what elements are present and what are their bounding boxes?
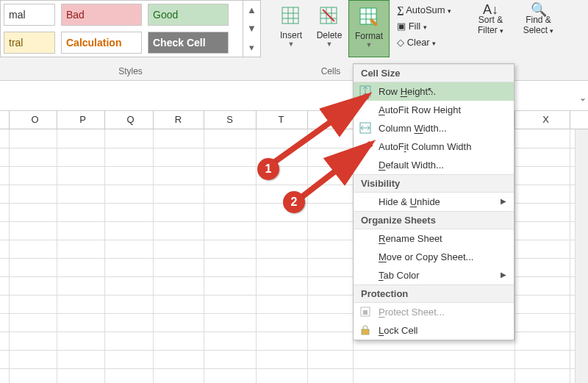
menu-rename-sheet-label: Rename Sheet: [379, 233, 442, 244]
styles-gallery: mal Bad Good tral Calculation Check Cell…: [0, 0, 261, 57]
clear-button[interactable]: ◇ Clear ▾: [397, 35, 451, 51]
column-header[interactable]: Q: [107, 114, 154, 125]
find-select-label-1: Find &: [518, 15, 559, 25]
menu-section-visibility: Visibility: [354, 174, 514, 193]
menu-hide-unhide-label: Hide & Unhide: [379, 196, 440, 207]
delete-label: Delete: [310, 30, 348, 40]
more-icon: ▾: [249, 42, 254, 53]
column-header[interactable]: S: [206, 114, 254, 125]
svg-rect-22: [363, 310, 368, 315]
autosum-label: AutoSum: [406, 4, 445, 15]
find-select-button[interactable]: 🔍 Find & Select ▾: [518, 4, 559, 36]
protect-sheet-icon: [359, 306, 371, 318]
menu-default-width-label: Default Width...: [379, 160, 444, 171]
sort-filter-button[interactable]: A↓ Sort & Filter ▾: [470, 4, 511, 36]
menu-section-organize-sheets: Organize Sheets: [354, 211, 514, 229]
delete-cells-icon: [318, 4, 341, 28]
submenu-arrow-icon: ▶: [501, 197, 506, 205]
column-header[interactable]: O: [11, 114, 59, 125]
annotation-badge-1: 1: [257, 158, 279, 180]
clear-label: Clear: [407, 37, 430, 48]
sort-icon: A↓: [470, 4, 511, 15]
lock-icon: [359, 324, 371, 336]
menu-rename-sheet[interactable]: Rename Sheet: [354, 229, 514, 248]
insert-cells-icon: [279, 4, 303, 28]
format-dropdown-menu: Cell Size Row Height... ↖ AutoFit Row He…: [353, 63, 514, 340]
menu-default-width[interactable]: Default Width...: [354, 156, 514, 174]
fill-down-icon: ▣: [397, 21, 406, 32]
sort-filter-label-1: Sort &: [470, 15, 511, 25]
menu-lock-cell[interactable]: Lock Cell: [354, 321, 514, 340]
column-header[interactable]: P: [59, 114, 107, 125]
menu-protect-sheet-label: Protect Sheet...: [379, 307, 445, 318]
menu-tab-color-label: Tab Color: [379, 270, 420, 281]
menu-column-width[interactable]: Column Width...: [354, 119, 514, 137]
chevron-down-icon[interactable]: ⌄: [579, 93, 587, 103]
menu-hide-unhide[interactable]: Hide & Unhide ▶: [354, 193, 514, 211]
format-label: Format: [349, 31, 389, 41]
styles-gallery-expand[interactable]: ▲ ▼ ▾: [243, 1, 260, 57]
sigma-icon: ∑: [397, 4, 404, 15]
style-neutral[interactable]: tral: [4, 32, 55, 54]
menu-section-cell-size: Cell Size: [354, 64, 514, 82]
vertical-scrollbar[interactable]: [575, 129, 588, 383]
cells-group: Insert ▼ Delete ▼ Format ▼: [272, 0, 390, 57]
chevron-down-icon: ▼: [247, 23, 257, 34]
style-good[interactable]: Good: [148, 4, 229, 26]
column-header[interactable]: X: [522, 114, 570, 125]
menu-autofit-row-height[interactable]: AutoFit Row Height: [354, 101, 514, 119]
eraser-icon: ◇: [397, 37, 404, 48]
row-height-icon: [359, 85, 371, 97]
group-label-styles: Styles: [0, 66, 261, 76]
menu-autofit-column-label: AutoFit Column Width: [379, 141, 471, 152]
style-check-cell[interactable]: Check Cell: [148, 32, 229, 54]
column-header[interactable]: R: [154, 114, 202, 125]
menu-move-or-copy-sheet[interactable]: Move or Copy Sheet...: [354, 248, 514, 266]
menu-tab-color[interactable]: Tab Color ▶: [354, 266, 514, 284]
submenu-arrow-icon: ▶: [501, 271, 506, 279]
menu-row-height[interactable]: Row Height... ↖: [354, 82, 514, 101]
format-button[interactable]: Format ▼: [348, 0, 390, 57]
menu-autofit-row-label: AutoFit Row Height: [379, 104, 461, 115]
menu-column-width-label: Column Width...: [379, 123, 447, 134]
svg-rect-0: [282, 7, 298, 24]
column-width-icon: [359, 122, 371, 134]
menu-lock-cell-label: Lock Cell: [379, 325, 417, 336]
svg-line-10: [323, 10, 334, 21]
svg-rect-23: [362, 329, 369, 334]
annotation-badge-2: 2: [283, 191, 305, 213]
sort-filter-label-2: Filter: [478, 25, 498, 35]
delete-button[interactable]: Delete ▼: [310, 0, 348, 57]
menu-section-protection: Protection: [354, 284, 514, 303]
format-cells-icon: [357, 5, 381, 29]
find-select-label-2: Select: [523, 25, 548, 35]
style-normal[interactable]: mal: [4, 4, 55, 26]
chevron-up-icon: ▲: [247, 4, 257, 15]
insert-label: Insert: [272, 30, 310, 40]
fill-button[interactable]: ▣ Fill ▾: [397, 18, 451, 35]
fill-label: Fill: [409, 21, 421, 32]
menu-move-or-copy-label: Move or Copy Sheet...: [379, 251, 473, 262]
autosum-button[interactable]: ∑ AutoSum ▾: [397, 2, 451, 18]
insert-button[interactable]: Insert ▼: [272, 0, 310, 57]
column-header[interactable]: T: [257, 114, 305, 125]
chevron-down-icon: ▼: [349, 41, 389, 49]
cursor-icon: ↖: [427, 85, 434, 96]
style-bad[interactable]: Bad: [61, 4, 142, 26]
sort-find-group: A↓ Sort & Filter ▾ 🔍 Find & Select ▾: [470, 4, 559, 36]
menu-autofit-column-width[interactable]: AutoFit Column Width: [354, 137, 514, 156]
editing-group: ∑ AutoSum ▾ ▣ Fill ▾ ◇ Clear ▾: [397, 2, 451, 51]
chevron-down-icon: ▼: [310, 40, 348, 48]
binoculars-icon: 🔍: [518, 4, 559, 15]
menu-protect-sheet: Protect Sheet...: [354, 303, 514, 321]
chevron-down-icon: ▼: [272, 40, 310, 48]
style-calculation[interactable]: Calculation: [61, 32, 142, 54]
